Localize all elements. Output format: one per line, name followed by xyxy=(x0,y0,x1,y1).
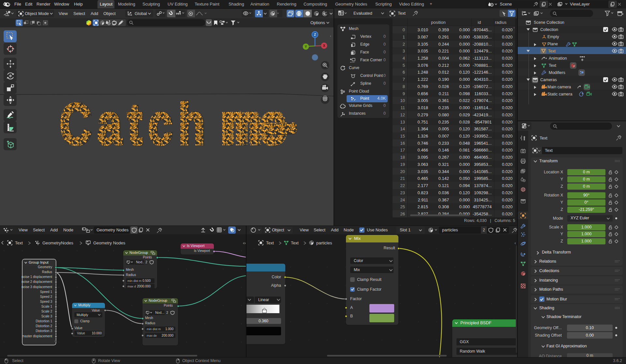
svg-text:Z: Z xyxy=(314,33,316,36)
svg-text:Catch: Catch xyxy=(60,92,211,156)
svg-text:X: X xyxy=(323,44,325,48)
svg-text:Y: Y xyxy=(305,45,307,49)
